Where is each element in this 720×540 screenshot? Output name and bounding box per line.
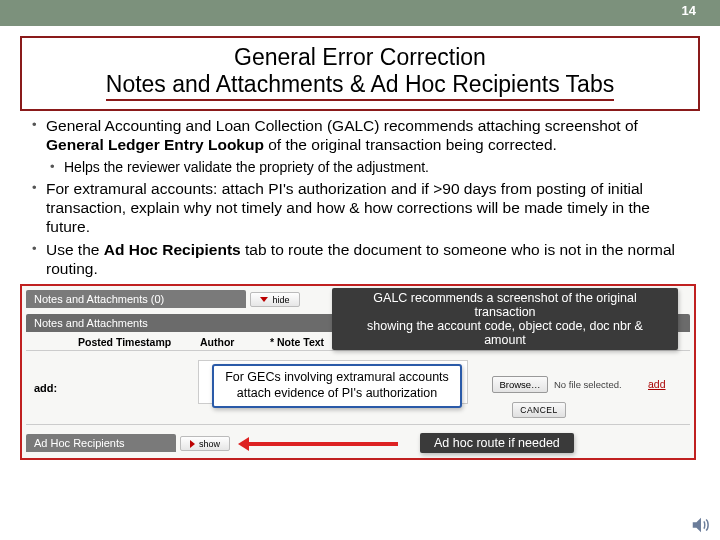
add-row-label: add:	[34, 382, 57, 394]
cancel-button[interactable]: CANCEL	[512, 402, 566, 418]
speaker-icon	[690, 514, 712, 536]
section-bar-label: Notes and Attachments	[34, 317, 148, 329]
tab-notes-attachments-label: Notes and Attachments (0)	[34, 293, 164, 305]
bullet-1-pre: General Accounting and Loan Collection (…	[46, 117, 638, 134]
callout-pi-auth: For GECs involving extramural accounts a…	[212, 364, 462, 407]
title-line-2: Notes and Attachments & Ad Hoc Recipient…	[106, 71, 614, 101]
red-arrow-icon	[248, 442, 398, 446]
bullet-1a: Helps the reviewer validate the propriet…	[50, 159, 688, 176]
bullet-1: General Accounting and Loan Collection (…	[32, 117, 688, 155]
callout-adhoc-text: Ad hoc route if needed	[434, 436, 560, 450]
col-note-text: * Note Text	[270, 336, 324, 348]
screenshot-panel: Notes and Attachments (0) hide Notes and…	[20, 284, 696, 460]
bullet-2: For extramural accounts: attach PI's aut…	[32, 180, 688, 237]
callout-pi-l2: attach evidence of PI's authorization	[224, 386, 450, 402]
tab-notes-attachments[interactable]: Notes and Attachments (0)	[26, 290, 246, 308]
add-link[interactable]: add	[648, 378, 666, 390]
triangle-down-icon	[260, 297, 268, 302]
tab-adhoc-label: Ad Hoc Recipients	[34, 437, 125, 449]
hide-label: hide	[272, 295, 289, 305]
callout-galc-l2: showing the account code, object code, d…	[346, 319, 664, 347]
title-box: General Error Correction Notes and Attac…	[20, 36, 700, 111]
callout-galc-l1: GALC recommends a screenshot of the orig…	[346, 291, 664, 319]
bullet-1-post: of the original transaction being correc…	[264, 136, 557, 153]
title-line-1: General Error Correction	[32, 44, 688, 71]
browse-label: Browse…	[499, 379, 540, 390]
show-button[interactable]: show	[180, 436, 230, 451]
tab-adhoc-recipients[interactable]: Ad Hoc Recipients	[26, 434, 176, 452]
browse-button[interactable]: Browse…	[492, 376, 548, 393]
cancel-label: CANCEL	[520, 405, 557, 415]
col-author: Author	[200, 336, 234, 348]
triangle-right-icon	[190, 440, 195, 448]
col-posted-timestamp: Posted Timestamp	[78, 336, 171, 348]
bullet-list: General Accounting and Loan Collection (…	[32, 117, 688, 278]
bullet-3-pre: Use the	[46, 241, 104, 258]
callout-galc: GALC recommends a screenshot of the orig…	[332, 288, 678, 350]
callout-adhoc: Ad hoc route if needed	[420, 433, 574, 453]
page-number: 14	[682, 3, 696, 18]
divider-2	[26, 424, 690, 425]
no-file-label: No file selected.	[554, 379, 622, 390]
bullet-3: Use the Ad Hoc Recipients tab to route t…	[32, 241, 688, 279]
divider	[26, 350, 690, 351]
bullet-3-bold: Ad Hoc Recipients	[104, 241, 241, 258]
callout-pi-l1: For GECs involving extramural accounts	[224, 370, 450, 386]
slide-header: 14	[0, 0, 720, 26]
show-label: show	[199, 439, 220, 449]
hide-button[interactable]: hide	[250, 292, 300, 307]
bullet-1-bold: General Ledger Entry Lookup	[46, 136, 264, 153]
